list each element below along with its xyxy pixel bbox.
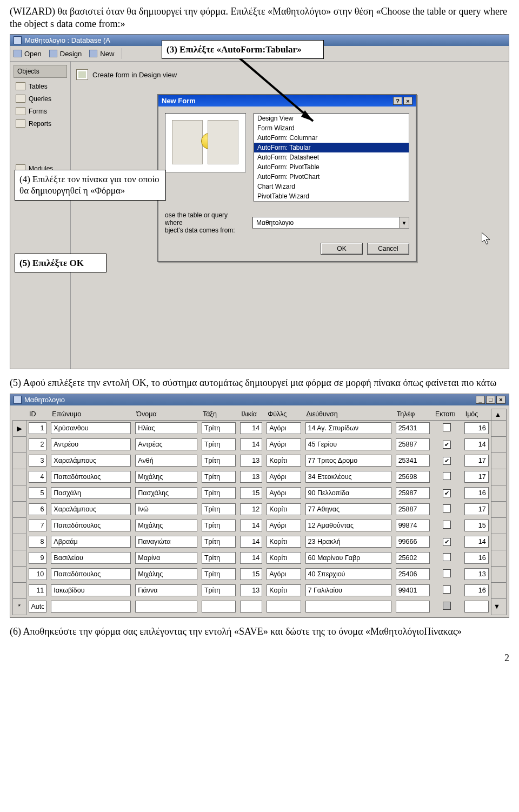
cell-input[interactable] (135, 520, 197, 531)
cell-input[interactable] (464, 438, 489, 450)
checkbox[interactable] (443, 504, 451, 513)
dialog-close-button[interactable]: × (403, 97, 412, 105)
cell-input[interactable] (240, 471, 262, 483)
new-button[interactable]: New (89, 50, 114, 58)
checkbox[interactable] (443, 538, 451, 546)
cell-input[interactable] (202, 455, 236, 467)
cell-input[interactable] (396, 520, 430, 531)
cell-input[interactable] (202, 503, 236, 515)
form-type-option[interactable]: AutoForm: PivotTable (254, 162, 409, 172)
chevron-down-icon[interactable]: ▼ (399, 217, 409, 228)
scrollbar-track[interactable] (491, 550, 506, 566)
dialog-help-button[interactable]: ? (393, 97, 402, 105)
cell-input[interactable] (305, 536, 391, 548)
cell-input[interactable] (396, 422, 430, 434)
cell-input[interactable] (464, 503, 489, 515)
form-type-option[interactable]: AutoForm: Tabular (254, 143, 409, 152)
cell-input[interactable] (29, 503, 47, 515)
cell-input[interactable] (396, 438, 430, 450)
cell-input[interactable] (305, 487, 391, 499)
cell-input[interactable] (305, 520, 391, 531)
cell-input[interactable] (396, 568, 430, 580)
cell-input[interactable] (240, 584, 262, 596)
open-button[interactable]: Open (14, 50, 42, 58)
form-type-option[interactable]: Chart Wizard (254, 182, 409, 191)
new-record-selector[interactable]: * (13, 598, 26, 615)
cell-input[interactable] (396, 601, 430, 613)
cell-input[interactable] (202, 487, 236, 499)
cell-input[interactable] (240, 536, 262, 548)
cell-input[interactable] (464, 487, 489, 499)
cell-input[interactable] (51, 487, 131, 499)
scrollbar-track[interactable] (491, 517, 506, 534)
form-type-option[interactable]: PivotTable Wizard (254, 191, 409, 201)
cell-input[interactable] (29, 422, 47, 434)
minimize-button[interactable]: _ (476, 396, 485, 404)
cell-input[interactable] (464, 536, 489, 548)
cell-input[interactable] (29, 601, 47, 613)
cell-input[interactable] (464, 568, 489, 580)
cell-input[interactable] (135, 601, 197, 613)
cell-input[interactable] (202, 422, 236, 434)
cell-input[interactable] (135, 422, 197, 434)
cell-input[interactable] (464, 584, 489, 596)
cell-input[interactable] (267, 536, 301, 548)
row-selector[interactable]: ▶ (13, 420, 26, 436)
cell-input[interactable] (240, 487, 262, 499)
cell-input[interactable] (267, 520, 301, 531)
cell-input[interactable] (202, 552, 236, 564)
sidebar-item-forms[interactable]: Forms (10, 105, 70, 117)
cell-input[interactable] (135, 552, 197, 564)
cell-input[interactable] (29, 455, 47, 467)
cell-input[interactable] (51, 601, 131, 613)
form-type-option[interactable]: Design View (254, 114, 409, 123)
cell-input[interactable] (240, 422, 262, 434)
cell-input[interactable] (267, 552, 301, 564)
form-type-option[interactable]: AutoForm: PivotChart (254, 172, 409, 182)
cell-input[interactable] (396, 584, 430, 596)
design-button[interactable]: Design (49, 50, 82, 58)
sidebar-item-reports[interactable]: Reports (10, 117, 70, 130)
cell-input[interactable] (51, 422, 131, 434)
cell-input[interactable] (267, 487, 301, 499)
maximize-button[interactable]: □ (486, 396, 495, 404)
cell-input[interactable] (135, 584, 197, 596)
cell-input[interactable] (396, 552, 430, 564)
cell-input[interactable] (305, 601, 391, 613)
scrollbar-track[interactable] (491, 420, 506, 436)
cell-input[interactable] (240, 438, 262, 450)
form-type-list[interactable]: Design ViewForm WizardAutoForm: Columnar… (254, 113, 409, 202)
checkbox[interactable] (443, 602, 451, 610)
scrollbar-track[interactable] (491, 436, 506, 452)
cancel-button[interactable]: Cancel (367, 243, 409, 255)
sidebar-item-tables[interactable]: Tables (10, 80, 70, 92)
cell-input[interactable] (305, 568, 391, 580)
cell-input[interactable] (240, 552, 262, 564)
cell-input[interactable] (135, 487, 197, 499)
cell-input[interactable] (51, 552, 131, 564)
scrollbar-track[interactable] (491, 485, 506, 501)
cell-input[interactable] (464, 601, 489, 613)
form-type-option[interactable]: AutoForm: Columnar (254, 133, 409, 143)
row-selector[interactable] (13, 517, 26, 534)
cell-input[interactable] (464, 471, 489, 483)
scrollbar-track[interactable] (491, 534, 506, 550)
checkbox[interactable] (443, 521, 451, 529)
scrollbar-track[interactable] (491, 582, 506, 598)
cell-input[interactable] (29, 438, 47, 450)
row-selector[interactable] (13, 566, 26, 582)
cell-input[interactable] (135, 503, 197, 515)
cell-input[interactable] (396, 455, 430, 467)
source-combo[interactable]: Μαθητολογιο ▼ (252, 217, 409, 229)
cell-input[interactable] (396, 536, 430, 548)
cell-input[interactable] (51, 503, 131, 515)
form-type-option[interactable]: AutoForm: Datasheet (254, 152, 409, 162)
cell-input[interactable] (240, 601, 262, 613)
cell-input[interactable] (240, 568, 262, 580)
cell-input[interactable] (29, 584, 47, 596)
row-selector[interactable] (13, 582, 26, 598)
cell-input[interactable] (202, 601, 236, 613)
sidebar-group-objects[interactable]: Objects (14, 65, 67, 78)
cell-input[interactable] (305, 584, 391, 596)
cell-input[interactable] (464, 552, 489, 564)
